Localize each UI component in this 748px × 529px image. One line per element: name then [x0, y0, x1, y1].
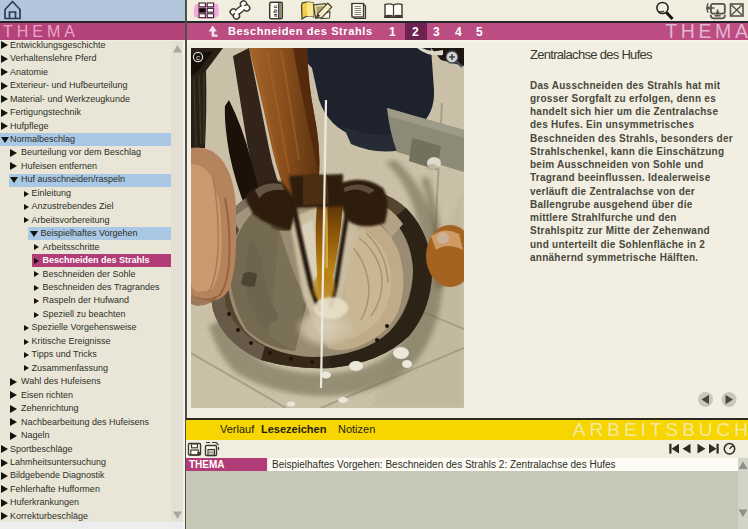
svg-text:abc: abc — [271, 5, 278, 17]
